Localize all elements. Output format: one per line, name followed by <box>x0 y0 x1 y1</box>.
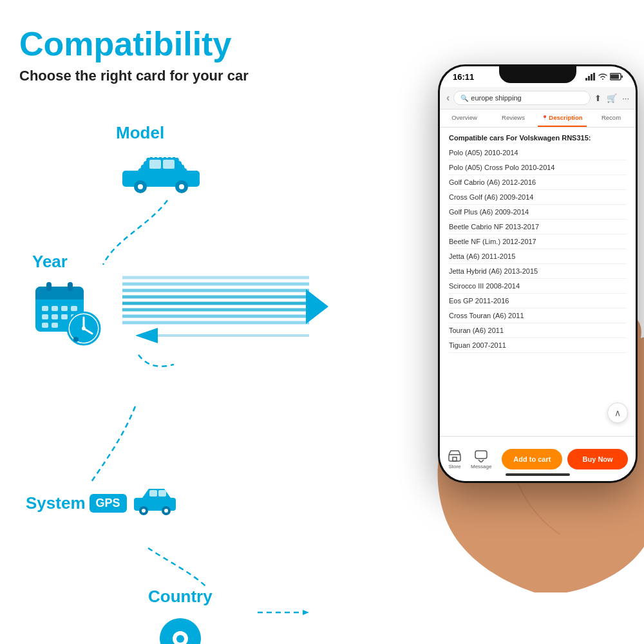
svg-rect-53 <box>593 73 595 80</box>
status-time: 16:11 <box>453 72 474 82</box>
svg-rect-15 <box>61 306 68 311</box>
svg-point-46 <box>164 509 168 513</box>
list-item: Touran (A6) 2011 <box>449 323 627 338</box>
back-button[interactable]: ‹ <box>446 92 450 104</box>
list-item: Jetta (A6) 2011-2015 <box>449 249 627 264</box>
phone-notch <box>499 66 576 83</box>
signal-icon <box>585 73 596 80</box>
system-group: System GPS <box>26 484 182 522</box>
status-icons <box>585 73 623 80</box>
car-list: Polo (A05) 2010-2014 Polo (A05) Cross Po… <box>449 146 627 353</box>
svg-rect-12 <box>68 282 73 291</box>
svg-marker-39 <box>135 328 158 343</box>
country-group: Country <box>148 587 213 644</box>
store-icon <box>448 448 462 462</box>
tabs-bar: Overview Reviews 📍Description Recom <box>440 109 636 128</box>
tab-overview[interactable]: Overview <box>440 109 489 127</box>
store-button[interactable]: Store <box>448 448 462 469</box>
bottom-icons: Store Message <box>448 448 491 469</box>
message-icon <box>474 448 488 462</box>
svg-rect-22 <box>52 323 58 328</box>
svg-rect-10 <box>35 294 84 299</box>
svg-rect-50 <box>585 78 587 80</box>
add-to-cart-button[interactable]: Add to cart <box>502 449 562 469</box>
list-item: Polo (A05) Cross Polo 2010-2014 <box>449 160 627 175</box>
cart-icon[interactable]: 🛒 <box>607 93 617 103</box>
message-button[interactable]: Message <box>471 448 491 469</box>
gps-car-icon <box>131 484 182 522</box>
browser-bar[interactable]: ‹ 🔍 europe shipping ⬆ 🛒 ··· <box>440 87 636 109</box>
list-item: Golf Plus (A6) 2009-2014 <box>449 205 627 220</box>
search-icon: 🔍 <box>460 95 468 102</box>
svg-rect-2 <box>149 160 161 169</box>
battery-icon <box>610 73 623 80</box>
svg-marker-37 <box>306 289 328 324</box>
gps-system: System GPS <box>26 484 182 522</box>
diagram-area: Model Year <box>19 123 354 606</box>
search-text: europe shipping <box>471 94 521 102</box>
phone-content: Compatible cars For Volskwagen RNS315: P… <box>440 128 636 359</box>
phone-container: 16:11 <box>367 64 644 592</box>
list-item: Cross Touran (A6) 2011 <box>449 308 627 323</box>
phone-frame: 16:11 <box>438 64 638 483</box>
store-label: Store <box>448 464 460 469</box>
svg-rect-56 <box>621 75 623 78</box>
year-group: Year <box>32 252 103 350</box>
svg-point-27 <box>82 327 86 330</box>
calendar-clock-icon <box>32 277 103 348</box>
svg-rect-55 <box>611 75 619 79</box>
left-section: Compatibility Choose the right card for … <box>0 0 374 644</box>
list-item: Cross Golf (A6) 2009-2014 <box>449 190 627 205</box>
content-header: Compatible cars For Volskwagen RNS315: <box>449 134 627 142</box>
list-item: Golf Cabrio (A6) 2012-2016 <box>449 175 627 190</box>
more-icon[interactable]: ··· <box>622 93 629 103</box>
svg-rect-1 <box>122 171 200 187</box>
model-label: Model <box>116 123 206 143</box>
browser-actions: ⬆ 🛒 ··· <box>594 93 629 103</box>
scroll-up-button[interactable]: ∧ <box>607 402 628 423</box>
svg-rect-17 <box>42 314 48 319</box>
share-icon[interactable]: ⬆ <box>594 93 601 103</box>
list-item: Polo (A05) 2010-2014 <box>449 146 627 160</box>
year-label: Year <box>32 252 103 272</box>
svg-point-44 <box>142 509 146 513</box>
svg-rect-19 <box>61 314 68 319</box>
wifi-icon <box>598 73 607 80</box>
system-label: System <box>26 493 86 513</box>
page-subtitle: Choose the right card for your car <box>19 68 354 84</box>
svg-rect-11 <box>46 282 52 291</box>
country-label: Country <box>148 587 213 607</box>
svg-rect-41 <box>149 490 157 497</box>
list-item: Scirocco III 2008-2014 <box>449 279 627 294</box>
location-pin-icon <box>148 612 213 644</box>
list-item: Beetle NF (Lim.) 2012-2017 <box>449 234 627 249</box>
list-item: Eos GP 2011-2016 <box>449 294 627 308</box>
list-item: Jetta Hybrid (A6) 2013-2015 <box>449 264 627 279</box>
buy-now-button[interactable]: Buy Now <box>567 449 628 469</box>
tab-dot: 📍 <box>542 115 548 121</box>
home-indicator <box>506 473 570 476</box>
svg-rect-21 <box>42 323 48 328</box>
connector-lines <box>19 123 354 625</box>
page-title: Compatibility <box>19 26 354 62</box>
svg-point-28 <box>73 337 79 342</box>
svg-point-48 <box>176 635 184 643</box>
tab-recom[interactable]: Recom <box>587 109 636 127</box>
arrows-group <box>122 271 341 351</box>
svg-rect-14 <box>52 306 58 311</box>
svg-rect-3 <box>163 160 175 169</box>
svg-rect-13 <box>42 306 48 311</box>
svg-rect-51 <box>588 76 590 80</box>
search-box[interactable]: 🔍 europe shipping <box>453 91 591 105</box>
svg-rect-52 <box>591 74 592 80</box>
message-label: Message <box>471 464 491 469</box>
model-group: Model <box>116 123 206 196</box>
tab-reviews[interactable]: Reviews <box>489 109 538 127</box>
svg-rect-57 <box>449 455 460 461</box>
list-item: Beetle Cabrio NF 2013-2017 <box>449 220 627 234</box>
svg-rect-42 <box>158 490 166 497</box>
tab-description[interactable]: 📍Description <box>538 109 587 127</box>
arrows-svg <box>122 271 341 348</box>
svg-rect-18 <box>52 314 58 319</box>
svg-point-5 <box>138 184 143 189</box>
